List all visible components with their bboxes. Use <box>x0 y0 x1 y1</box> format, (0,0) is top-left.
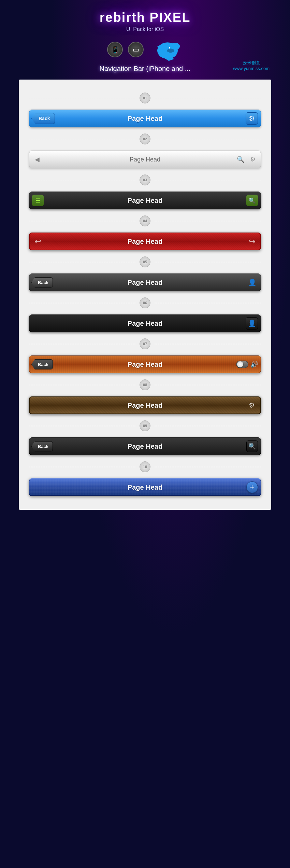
header-subtitle: UI Pack for iOS <box>7 26 283 32</box>
arrow-right-button-4[interactable]: ↪ <box>249 237 256 246</box>
navbar-2-title: Page Head <box>130 156 160 163</box>
step-badge-5: 05 <box>140 256 150 267</box>
navbar-6: Page Head 👤 <box>29 314 261 332</box>
navbar-6-title: Page Head <box>128 320 162 327</box>
person-button-5[interactable]: 👤 <box>246 277 258 288</box>
settings-button-2[interactable]: ⚙ <box>248 154 258 165</box>
plus-button-10[interactable]: + <box>246 481 258 493</box>
back-button-9[interactable]: Back <box>31 441 53 451</box>
step-badge-3: 03 <box>140 174 150 185</box>
step-badge-7: 07 <box>140 338 150 349</box>
step-divider-10: 10 <box>29 461 261 472</box>
navbar-4-title: Page Head <box>128 238 162 246</box>
navbar-5: Back Page Head 👤 <box>29 274 261 291</box>
svg-point-7 <box>167 48 174 53</box>
step-divider-6: 06 <box>29 297 261 308</box>
toggle-area-7: 🔊 <box>236 361 258 368</box>
search-button-9[interactable]: 🔍 <box>246 440 258 452</box>
arrow-left-button-4[interactable]: ↩ <box>34 237 41 246</box>
step-divider-9: 09 <box>29 420 261 431</box>
watermark-line1: 云米创意 <box>233 60 270 66</box>
navbar-3-title: Page Head <box>128 197 162 205</box>
svg-point-2 <box>175 43 178 46</box>
navbar-4: ↩ Page Head ↪ <box>29 233 261 250</box>
main-panel: 01 Back Page Head ⚙ 02 ◀ Page Head 🔍 ⚙ 0… <box>19 80 271 510</box>
search-button-3[interactable]: 🔍 <box>246 195 258 206</box>
iphone-icon: 📱 <box>107 42 123 57</box>
step-badge-8: 08 <box>140 379 150 390</box>
navbar-2: ◀ Page Head 🔍 ⚙ <box>29 151 261 168</box>
watermark: 云米创意 www.yunmiss.com <box>233 60 270 71</box>
settings-button-8[interactable]: ⚙ <box>246 400 258 411</box>
header-title: rebirth PIXEL <box>7 10 283 25</box>
speaker-button-7[interactable]: 🔊 <box>250 361 258 368</box>
navbar-8-title: Page Head <box>128 402 162 409</box>
search-button-2[interactable]: 🔍 <box>235 154 246 165</box>
step-badge-6: 06 <box>140 297 150 308</box>
step-divider-2: 02 <box>29 134 261 144</box>
step-divider-4: 04 <box>29 215 261 226</box>
step-divider-3: 03 <box>29 174 261 185</box>
twitter-bird-icon <box>152 37 183 62</box>
navbar-10-title: Page Head <box>128 484 162 491</box>
navbar-3: ☰ Page Head 🔍 <box>29 192 261 209</box>
back-button-1[interactable]: Back <box>31 113 55 124</box>
navbar-1-title: Page Head <box>128 115 162 123</box>
navbar-7: Back Page Head 🔊 <box>29 355 261 373</box>
navbar-7-title: Page Head <box>128 361 162 368</box>
watermark-line2: www.yunmiss.com <box>233 66 270 71</box>
navbar-9-title: Page Head <box>128 443 162 450</box>
step-badge-10: 10 <box>140 461 150 472</box>
header-title-plain: rebirth <box>100 10 150 25</box>
navbar-10: Page Head + <box>29 478 261 496</box>
toggle-button-7[interactable] <box>236 361 248 368</box>
header-title-bold: PIXEL <box>150 10 191 25</box>
list-button-3[interactable]: ☰ <box>32 195 44 206</box>
navbar-5-title: Page Head <box>128 279 162 286</box>
header-icons: 📱 ▭ <box>7 37 283 62</box>
step-divider-1: 01 <box>29 93 261 103</box>
navbar-1: Back Page Head ⚙ <box>29 110 261 127</box>
back-button-7[interactable]: Back <box>31 359 53 369</box>
step-divider-5: 05 <box>29 256 261 267</box>
step-badge-1: 01 <box>140 93 150 103</box>
navbar-8: Page Head ⚙ <box>29 396 261 414</box>
navbar-9: Back Page Head 🔍 <box>29 437 261 455</box>
toggle-knob-7 <box>237 361 243 367</box>
step-badge-9: 09 <box>140 420 150 431</box>
svg-point-6 <box>169 47 171 49</box>
settings-button-1[interactable]: ⚙ <box>246 112 258 125</box>
step-divider-8: 08 <box>29 379 261 390</box>
back-button-2[interactable]: ◀ <box>32 154 42 165</box>
step-divider-7: 07 <box>29 338 261 349</box>
ipad-icon: ▭ <box>128 42 144 57</box>
step-badge-4: 04 <box>140 215 150 226</box>
person-button-6[interactable]: 👤 <box>246 317 258 330</box>
step-badge-2: 02 <box>140 134 150 144</box>
back-button-5[interactable]: Back <box>31 277 53 288</box>
